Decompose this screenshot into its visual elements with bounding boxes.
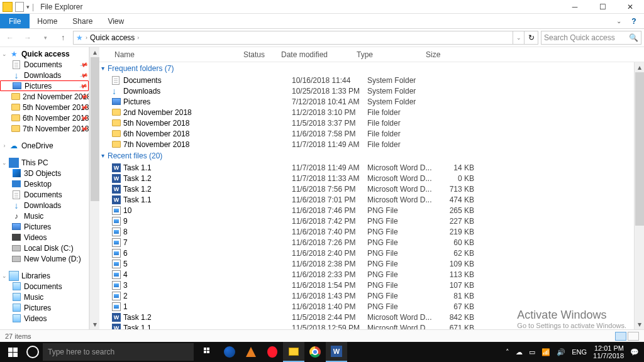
taskbar-vlc[interactable]: [240, 342, 262, 362]
file-row[interactable]: 2nd November 2018 11/2/2018 3:10 PM File…: [99, 107, 634, 118]
file-row[interactable]: 3 11/6/2018 1:54 PM PNG File 107 KB: [99, 280, 634, 290]
nav-onedrive[interactable]: ›☁OneDrive: [0, 140, 89, 151]
file-row[interactable]: 6 11/6/2018 2:40 PM PNG File 62 KB: [99, 248, 634, 258]
file-row[interactable]: 5 11/6/2018 2:38 PM PNG File 109 KB: [99, 258, 634, 269]
taskbar-file-explorer[interactable]: [283, 342, 304, 362]
nav-library-item[interactable]: Pictures: [0, 302, 89, 313]
tab-view[interactable]: View: [100, 14, 131, 28]
nav-thispc-item[interactable]: 3D Objects: [0, 168, 89, 178]
file-row[interactable]: 7th November 2018 11/7/2018 11:49 AM Fil…: [99, 139, 634, 150]
taskbar-opera[interactable]: [262, 342, 283, 362]
file-row[interactable]: 2 11/6/2018 1:43 PM PNG File 81 KB: [99, 290, 634, 301]
file-row[interactable]: 8 11/6/2018 7:40 PM PNG File 219 KB: [99, 226, 634, 237]
list-scrollbar[interactable]: ▴ ▾: [634, 62, 644, 329]
file-row[interactable]: W Task 1.1 11/6/2018 7:01 PM Microsoft W…: [99, 194, 634, 205]
close-button[interactable]: ✕: [616, 0, 644, 14]
taskbar-word[interactable]: W: [326, 342, 347, 362]
action-center-icon[interactable]: 💬: [630, 348, 639, 356]
nav-thispc-item[interactable]: Desktop: [0, 178, 89, 189]
nav-library-item[interactable]: Music: [0, 292, 89, 302]
tray-language[interactable]: ENG: [572, 348, 587, 356]
chevron-right-icon[interactable]: ›: [137, 35, 139, 41]
file-row[interactable]: 9 11/6/2018 7:42 PM PNG File 227 KB: [99, 216, 634, 226]
scroll-down-icon[interactable]: ▾: [635, 319, 644, 329]
taskbar-clock[interactable]: 12:01 PM 11/7/2018: [593, 344, 624, 359]
tab-share[interactable]: Share: [65, 14, 100, 28]
scroll-down-icon[interactable]: ▾: [90, 319, 99, 329]
group-recent-files[interactable]: ▸Recent files (20): [99, 150, 634, 162]
file-row[interactable]: Pictures 7/12/2018 10:41 AM System Folde…: [99, 96, 634, 107]
nav-thispc-item[interactable]: ♪Music: [0, 211, 89, 221]
file-row[interactable]: 10 11/6/2018 7:46 PM PNG File 265 KB: [99, 205, 634, 216]
up-button[interactable]: ↑: [55, 30, 70, 45]
forward-button[interactable]: →: [20, 30, 35, 45]
recent-locations-dropdown[interactable]: ▾: [38, 30, 53, 45]
col-size[interactable]: Size: [421, 50, 458, 59]
taskbar-edge[interactable]: [219, 342, 240, 362]
qat-dropdown-icon[interactable]: ▾: [26, 4, 30, 10]
nav-quick-access[interactable]: ⌄★Quick access: [0, 48, 89, 59]
help-icon[interactable]: [625, 14, 643, 28]
nav-thispc-item[interactable]: Videos: [0, 232, 89, 243]
file-row[interactable]: W Task 1.2 11/6/2018 7:56 PM Microsoft W…: [99, 184, 634, 194]
file-row[interactable]: 1 11/6/2018 1:40 PM PNG File 67 KB: [99, 301, 634, 312]
tray-volume-icon[interactable]: 🔊: [557, 348, 565, 356]
navigation-pane[interactable]: ⌄★Quick accessDocuments📌↓Downloads📌Pictu…: [0, 47, 89, 329]
nav-library-item[interactable]: Documents: [0, 281, 89, 292]
maximize-button[interactable]: ☐: [589, 0, 616, 14]
start-button[interactable]: [0, 348, 25, 357]
details-view-button[interactable]: [615, 332, 626, 341]
ribbon-expand-icon[interactable]: ⌄: [613, 14, 625, 28]
nav-thispc-item[interactable]: Pictures: [0, 221, 89, 232]
address-bar[interactable]: ★ › Quick access ›: [73, 31, 513, 45]
task-view-button[interactable]: [197, 342, 219, 362]
column-headers[interactable]: Name Status Date modified Type Size: [99, 47, 644, 62]
taskbar-search-input[interactable]: Type here to search: [43, 343, 194, 361]
refresh-button[interactable]: ↻: [525, 31, 538, 45]
nav-pinned-item[interactable]: Documents📌: [0, 59, 89, 70]
large-icons-view-button[interactable]: [628, 332, 639, 341]
file-row[interactable]: 7 11/6/2018 7:26 PM PNG File 60 KB: [99, 237, 634, 248]
group-frequent-folders[interactable]: ▸Frequent folders (7): [99, 62, 634, 75]
nav-thispc-item[interactable]: Local Disk (C:): [0, 243, 89, 253]
tab-home[interactable]: Home: [30, 14, 65, 28]
file-rows[interactable]: ▸Frequent folders (7) Documents 10/16/20…: [99, 62, 634, 329]
file-row[interactable]: 4 11/6/2018 2:33 PM PNG File 113 KB: [99, 269, 634, 280]
tray-battery-icon[interactable]: ▭: [529, 348, 535, 356]
nav-thispc-item[interactable]: ↓Downloads: [0, 200, 89, 211]
address-history-dropdown[interactable]: ⌄: [513, 31, 525, 45]
file-row[interactable]: ↓ Downloads 10/25/2018 1:33 PM System Fo…: [99, 85, 634, 96]
nav-pinned-item[interactable]: ↓Downloads📌: [0, 70, 89, 80]
tray-chevron-up-icon[interactable]: ˄: [506, 348, 509, 356]
nav-pinned-item[interactable]: 7th November 2018📌: [0, 123, 89, 134]
nav-pinned-item[interactable]: 5th November 2018📌: [0, 102, 89, 112]
col-name[interactable]: Name: [109, 50, 238, 59]
cortana-icon[interactable]: [26, 346, 39, 358]
taskbar-chrome[interactable]: [304, 342, 326, 362]
tray-wifi-icon[interactable]: 📶: [541, 348, 550, 356]
file-row[interactable]: W Task 1.2 11/5/2018 2:44 PM Microsoft W…: [99, 312, 634, 322]
navpane-scrollbar[interactable]: ▴ ▾: [89, 47, 99, 329]
taskbar[interactable]: Type here to search W ˄ ☁ ▭ 📶 🔊 ENG 12:0…: [0, 342, 644, 362]
file-row[interactable]: Documents 10/16/2018 11:44 System Folder: [99, 75, 634, 85]
scroll-up-icon[interactable]: ▴: [635, 62, 644, 72]
file-row[interactable]: 6th November 2018 11/6/2018 7:58 PM File…: [99, 128, 634, 139]
file-row[interactable]: W Task 1.1 11/5/2018 12:59 PM Microsoft …: [99, 322, 634, 329]
nav-this-pc[interactable]: ⌄This PC: [0, 157, 89, 168]
nav-library-item[interactable]: Videos: [0, 313, 89, 324]
search-input[interactable]: Search Quick access 🔍: [541, 31, 641, 45]
back-button[interactable]: ←: [3, 30, 18, 45]
nav-pinned-item[interactable]: Pictures📌: [0, 80, 89, 91]
scroll-up-icon[interactable]: ▴: [90, 47, 99, 57]
file-tab[interactable]: File: [0, 14, 30, 28]
nav-pinned-item[interactable]: 6th November 2018📌: [0, 112, 89, 123]
nav-pinned-item[interactable]: 2nd November 2018📌: [0, 91, 89, 102]
col-status[interactable]: Status: [238, 50, 276, 59]
col-type[interactable]: Type: [352, 50, 421, 59]
file-row[interactable]: W Task 1.1 11/7/2018 11:49 AM Microsoft …: [99, 162, 634, 173]
qat-doc-icon[interactable]: [15, 2, 24, 12]
file-row[interactable]: W Task 1.2 11/7/2018 11:33 AM Microsoft …: [99, 173, 634, 184]
minimize-button[interactable]: ─: [561, 0, 589, 14]
nav-thispc-item[interactable]: New Volume (D:): [0, 253, 89, 264]
col-date[interactable]: Date modified: [276, 50, 352, 59]
